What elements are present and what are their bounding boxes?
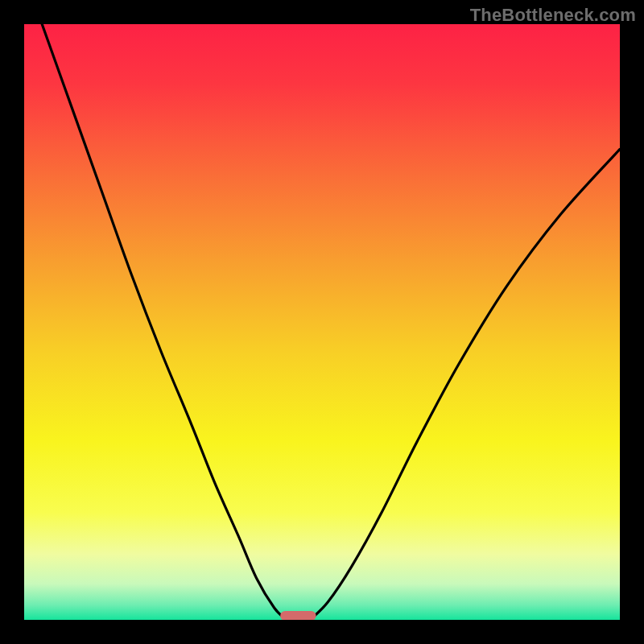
- min-marker: [280, 611, 316, 620]
- plot-area: [24, 24, 620, 620]
- gradient-background: [24, 24, 620, 620]
- watermark-text: TheBottleneck.com: [470, 5, 636, 26]
- chart-canvas: [24, 24, 620, 620]
